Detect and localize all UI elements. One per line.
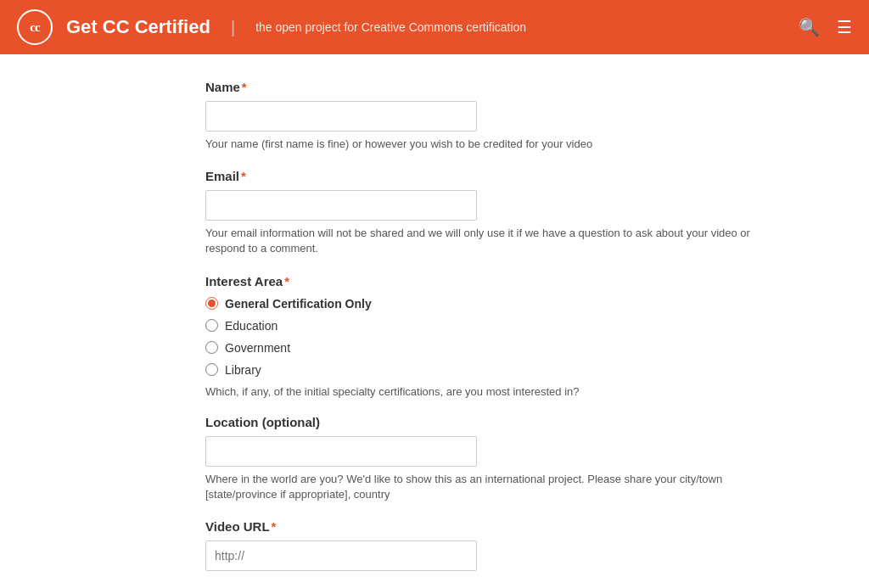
interest-label: Interest Area* <box>205 274 765 288</box>
name-label: Name* <box>205 80 765 94</box>
logo-text: cc <box>30 20 39 35</box>
video-url-field-group: Video URL* <box>205 519 765 571</box>
radio-option-general: General Certification Only <box>205 297 765 311</box>
radio-government[interactable] <box>205 341 218 354</box>
radio-education[interactable] <box>205 319 218 332</box>
radio-option-government: Government <box>205 341 765 355</box>
site-title: Get CC Certified <box>66 16 210 38</box>
video-url-label: Video URL* <box>205 519 765 534</box>
radio-general[interactable] <box>205 297 218 310</box>
radio-library[interactable] <box>205 363 218 376</box>
main-header: cc Get CC Certified | the open project f… <box>0 0 869 54</box>
header-subtitle: the open project for Creative Commons ce… <box>255 20 526 34</box>
radio-option-library: Library <box>205 363 765 377</box>
name-field-group: Name* Your name (first name is fine) or … <box>205 80 765 152</box>
radio-general-label[interactable]: General Certification Only <box>225 297 372 311</box>
email-label: Email* <box>205 169 765 183</box>
email-required-star: * <box>241 169 246 183</box>
interest-radio-group: General Certification Only Education Gov… <box>205 297 765 377</box>
menu-icon[interactable]: ☰ <box>837 17 852 37</box>
radio-option-education: Education <box>205 319 765 333</box>
radio-education-label[interactable]: Education <box>225 319 278 333</box>
name-required-star: * <box>242 80 247 94</box>
radio-library-label[interactable]: Library <box>225 363 261 377</box>
email-hint: Your email information will not be share… <box>205 226 757 256</box>
header-left: cc Get CC Certified | the open project f… <box>17 9 526 45</box>
email-input[interactable] <box>205 190 477 221</box>
name-hint: Your name (first name is fine) or howeve… <box>205 137 757 152</box>
search-icon[interactable]: 🔍 <box>799 17 820 37</box>
header-divider: | <box>231 18 235 37</box>
video-url-input[interactable] <box>205 540 477 571</box>
header-right: 🔍 ☰ <box>799 17 852 37</box>
location-hint: Where in the world are you? We'd like to… <box>205 472 757 502</box>
radio-government-label[interactable]: Government <box>225 341 290 355</box>
interest-required-star: * <box>284 274 289 288</box>
interest-area-group: Interest Area* General Certification Onl… <box>205 274 765 398</box>
video-url-required-star: * <box>272 519 277 534</box>
location-label: Location (optional) <box>205 415 765 429</box>
main-content: Name* Your name (first name is fine) or … <box>70 54 799 588</box>
cc-logo: cc <box>17 9 53 45</box>
location-input[interactable] <box>205 436 477 467</box>
location-field-group: Location (optional) Where in the world a… <box>205 415 765 502</box>
email-field-group: Email* Your email information will not b… <box>205 169 765 256</box>
interest-question: Which, if any, of the initial specialty … <box>205 385 613 398</box>
name-input[interactable] <box>205 101 477 132</box>
